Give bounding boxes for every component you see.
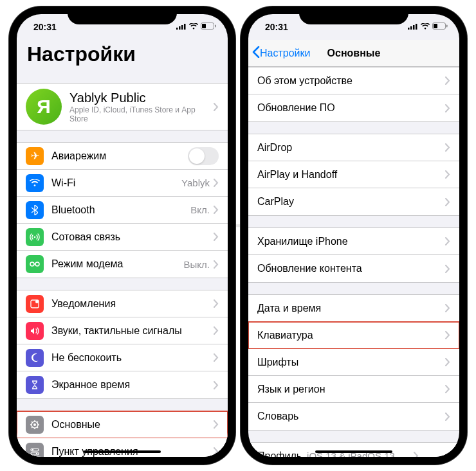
- svg-point-15: [32, 449, 33, 450]
- carplay-row[interactable]: CarPlay: [248, 188, 459, 215]
- svg-rect-6: [215, 25, 216, 28]
- chevron-right-icon: [445, 358, 450, 366]
- airplane-icon: ✈: [26, 147, 44, 165]
- gear-icon: [26, 416, 44, 434]
- dictionary-row[interactable]: Словарь: [248, 403, 459, 430]
- svg-rect-5: [202, 24, 206, 28]
- cellular-row[interactable]: Сотовая связь: [17, 224, 228, 251]
- svg-rect-0: [176, 28, 178, 30]
- airdrop-group: AirDrop AirPlay и Handoff CarPlay: [248, 134, 459, 216]
- chevron-right-icon: [214, 326, 219, 335]
- dictionary-label: Словарь: [257, 411, 445, 422]
- hotspot-label: Режим модема: [51, 258, 184, 270]
- svg-rect-20: [408, 28, 410, 30]
- chevron-right-icon: [214, 233, 219, 241]
- back-button[interactable]: Настройки: [252, 46, 310, 60]
- control-center-row[interactable]: Пункт управления: [17, 438, 228, 457]
- hotspot-row[interactable]: Режим модема Выкл.: [17, 251, 228, 278]
- language-row[interactable]: Язык и регион: [248, 376, 459, 403]
- update-label: Обновление ПО: [257, 102, 445, 114]
- about-row[interactable]: Об этом устройстве: [248, 67, 459, 94]
- airdrop-label: AirDrop: [257, 142, 445, 154]
- status-indicators: [176, 22, 216, 31]
- svg-rect-14: [31, 449, 39, 451]
- chevron-right-icon: [214, 179, 219, 187]
- status-indicators: [408, 22, 448, 31]
- datetime-group: Дата и время Клавиатура Шрифты Язык и ре…: [248, 294, 459, 431]
- about-group: Об этом устройстве Обновление ПО: [248, 67, 459, 122]
- apple-id-row[interactable]: Я Yablyk Public Apple ID, iCloud, iTunes…: [17, 84, 228, 130]
- battery-icon: [201, 22, 216, 31]
- settings-content[interactable]: Настройки Я Yablyk Public Apple ID, iClo…: [17, 40, 228, 457]
- refresh-row[interactable]: Обновление контента: [248, 255, 459, 282]
- cellular-icon: [26, 228, 44, 246]
- chevron-right-icon: [445, 385, 450, 393]
- notifications-icon: [26, 295, 44, 313]
- profile-group: Я Yablyk Public Apple ID, iCloud, iTunes…: [17, 83, 228, 130]
- keyboard-row[interactable]: Клавиатура: [248, 322, 459, 349]
- airplay-label: AirPlay и Handoff: [257, 169, 445, 181]
- refresh-label: Обновление контента: [257, 263, 445, 274]
- chevron-right-icon: [445, 104, 450, 112]
- profile-name: Yablyk Public: [69, 91, 214, 105]
- storage-group: Хранилище iPhone Обновление контента: [248, 227, 459, 283]
- chevron-right-icon: [445, 331, 450, 339]
- cellular-label: Сотовая связь: [51, 231, 214, 243]
- screentime-label: Экранное время: [51, 379, 214, 391]
- general-row[interactable]: Основные: [17, 411, 228, 438]
- keyboard-label: Клавиатура: [257, 330, 445, 341]
- sounds-row[interactable]: Звуки, тактильные сигналы: [17, 317, 228, 344]
- fonts-row[interactable]: Шрифты: [248, 349, 459, 376]
- bluetooth-row[interactable]: Bluetooth Вкл.: [17, 197, 228, 224]
- svg-point-11: [35, 300, 39, 303]
- moon-icon: [26, 349, 44, 367]
- hotspot-value: Выкл.: [184, 259, 210, 270]
- chevron-right-icon: [214, 206, 219, 214]
- profile-group: Профиль iOS 13 & iPadOS 13 Beta Software…: [248, 442, 459, 457]
- phone-left: 20:31 Настройки Я Yablyk Public Apple ID…: [9, 6, 235, 465]
- connectivity-group: ✈ Авиарежим Wi-Fi Yablyk Bluetooth Вкл.: [17, 142, 228, 278]
- bluetooth-value: Вкл.: [190, 204, 210, 215]
- notifications-row[interactable]: Уведомления: [17, 290, 228, 317]
- storage-row[interactable]: Хранилище iPhone: [248, 228, 459, 255]
- home-indicator[interactable]: [315, 450, 392, 453]
- general-label: Основные: [51, 419, 214, 431]
- chevron-right-icon: [445, 76, 450, 85]
- airplane-toggle[interactable]: [188, 147, 219, 165]
- dnd-row[interactable]: Не беспокоить: [17, 344, 228, 371]
- wifi-row[interactable]: Wi-Fi Yablyk: [17, 170, 228, 197]
- svg-rect-1: [179, 26, 181, 30]
- svg-rect-3: [184, 24, 186, 30]
- wifi-label: Wi-Fi: [51, 177, 181, 189]
- hotspot-icon: [26, 255, 44, 273]
- datetime-row[interactable]: Дата и время: [248, 295, 459, 322]
- airdrop-row[interactable]: AirDrop: [248, 134, 459, 161]
- chevron-right-icon: [445, 170, 450, 179]
- carplay-label: CarPlay: [257, 196, 445, 208]
- screentime-row[interactable]: Экранное время: [17, 371, 228, 398]
- page-title: Настройки: [17, 40, 228, 71]
- chevron-right-icon: [214, 260, 219, 269]
- chevron-right-icon: [445, 237, 450, 245]
- language-label: Язык и регион: [257, 384, 445, 395]
- screen-left: 20:31 Настройки Я Yablyk Public Apple ID…: [17, 14, 228, 457]
- notch: [68, 6, 177, 24]
- svg-rect-22: [413, 25, 415, 30]
- update-row[interactable]: Обновление ПО: [248, 94, 459, 121]
- sounds-icon: [26, 322, 44, 340]
- profile-sub: Apple ID, iCloud, iTunes Store и App Sto…: [69, 105, 214, 123]
- svg-rect-2: [181, 25, 183, 30]
- home-indicator[interactable]: [84, 450, 161, 453]
- airplay-row[interactable]: AirPlay и Handoff: [248, 161, 459, 188]
- switches-icon: [26, 443, 44, 458]
- svg-rect-16: [31, 452, 39, 455]
- airplane-row[interactable]: ✈ Авиарежим: [17, 143, 228, 170]
- profile-row[interactable]: Профиль iOS 13 & iPadOS 13 Beta Software…: [248, 443, 459, 457]
- about-label: Об этом устройстве: [257, 75, 445, 87]
- general-content[interactable]: Об этом устройстве Обновление ПО AirDrop…: [248, 67, 459, 457]
- airplane-label: Авиарежим: [51, 150, 188, 162]
- wifi-value: Yablyk: [181, 177, 210, 188]
- svg-rect-23: [416, 24, 417, 30]
- profile-texts: Yablyk Public Apple ID, iCloud, iTunes S…: [69, 91, 214, 123]
- phone-right: 20:31 Настройки Основные Об этом устройс…: [241, 6, 467, 465]
